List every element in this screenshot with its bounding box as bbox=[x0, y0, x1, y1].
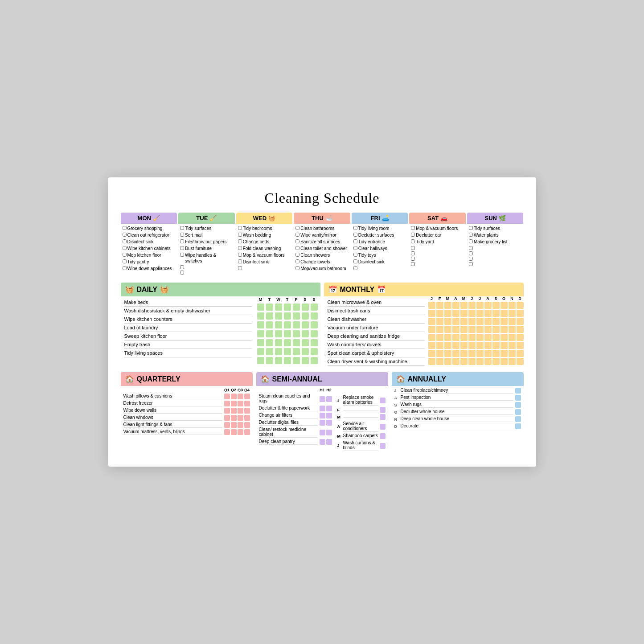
monthly-checkbox[interactable] bbox=[428, 350, 435, 357]
monthly-checkbox[interactable] bbox=[484, 350, 492, 357]
task-checkbox[interactable] bbox=[295, 246, 299, 250]
monthly-checkbox[interactable] bbox=[428, 310, 435, 317]
q-box[interactable] bbox=[224, 422, 230, 428]
task-checkbox[interactable] bbox=[469, 262, 473, 266]
s-box[interactable] bbox=[380, 414, 386, 420]
q-box[interactable] bbox=[231, 408, 237, 414]
daily-checkbox[interactable] bbox=[266, 312, 273, 320]
monthly-checkbox[interactable] bbox=[444, 318, 451, 325]
task-checkbox[interactable] bbox=[238, 246, 242, 250]
task-checkbox[interactable] bbox=[469, 246, 473, 250]
q-box[interactable] bbox=[238, 408, 243, 414]
daily-checkbox[interactable] bbox=[284, 312, 291, 320]
q-box[interactable] bbox=[231, 429, 237, 435]
daily-checkbox[interactable] bbox=[257, 348, 264, 355]
monthly-checkbox[interactable] bbox=[484, 318, 492, 325]
monthly-checkbox[interactable] bbox=[492, 326, 500, 333]
monthly-checkbox[interactable] bbox=[500, 310, 508, 317]
monthly-checkbox[interactable] bbox=[460, 334, 468, 341]
task-checkbox[interactable] bbox=[123, 259, 127, 263]
monthly-checkbox[interactable] bbox=[484, 358, 492, 365]
monthly-checkbox[interactable] bbox=[509, 302, 516, 309]
monthly-checkbox[interactable] bbox=[484, 342, 492, 349]
task-checkbox[interactable] bbox=[411, 226, 415, 230]
monthly-checkbox[interactable] bbox=[509, 334, 516, 341]
task-checkbox[interactable] bbox=[411, 257, 415, 261]
monthly-checkbox[interactable] bbox=[517, 326, 524, 333]
daily-checkbox[interactable] bbox=[302, 330, 309, 337]
annually-box[interactable] bbox=[515, 423, 521, 429]
q-box[interactable] bbox=[238, 422, 243, 428]
s-box[interactable] bbox=[320, 420, 325, 426]
task-checkbox[interactable] bbox=[180, 265, 184, 269]
task-checkbox[interactable] bbox=[353, 246, 357, 250]
daily-checkbox[interactable] bbox=[311, 339, 318, 346]
s-box[interactable] bbox=[380, 443, 386, 449]
daily-checkbox[interactable] bbox=[275, 348, 282, 355]
s-box[interactable] bbox=[320, 439, 325, 445]
task-checkbox[interactable] bbox=[123, 226, 127, 230]
s-box[interactable] bbox=[326, 406, 332, 411]
q-box[interactable] bbox=[224, 408, 230, 414]
monthly-checkbox[interactable] bbox=[444, 358, 451, 365]
monthly-checkbox[interactable] bbox=[452, 342, 459, 349]
monthly-checkbox[interactable] bbox=[452, 326, 459, 333]
task-checkbox[interactable] bbox=[295, 266, 299, 270]
s-box[interactable] bbox=[320, 406, 325, 411]
monthly-checkbox[interactable] bbox=[484, 310, 492, 317]
task-checkbox[interactable] bbox=[353, 226, 357, 230]
s-box[interactable] bbox=[320, 413, 325, 418]
task-checkbox[interactable] bbox=[180, 246, 184, 250]
daily-checkbox[interactable] bbox=[311, 304, 318, 311]
daily-checkbox[interactable] bbox=[266, 321, 273, 328]
monthly-checkbox[interactable] bbox=[476, 318, 484, 325]
daily-checkbox[interactable] bbox=[257, 330, 264, 337]
monthly-checkbox[interactable] bbox=[509, 318, 516, 325]
monthly-checkbox[interactable] bbox=[476, 334, 484, 341]
monthly-checkbox[interactable] bbox=[476, 342, 484, 349]
q-box[interactable] bbox=[244, 429, 250, 435]
task-checkbox[interactable] bbox=[123, 246, 127, 250]
monthly-checkbox[interactable] bbox=[484, 326, 492, 333]
task-checkbox[interactable] bbox=[123, 239, 127, 243]
task-checkbox[interactable] bbox=[295, 259, 299, 263]
monthly-checkbox[interactable] bbox=[436, 334, 443, 341]
task-checkbox[interactable] bbox=[353, 233, 357, 237]
task-checkbox[interactable] bbox=[295, 226, 299, 230]
monthly-checkbox[interactable] bbox=[452, 350, 459, 357]
s-box[interactable] bbox=[380, 424, 386, 430]
q-box[interactable] bbox=[244, 415, 250, 421]
daily-checkbox[interactable] bbox=[275, 312, 282, 320]
task-checkbox[interactable] bbox=[180, 271, 184, 275]
monthly-checkbox[interactable] bbox=[460, 358, 468, 365]
task-checkbox[interactable] bbox=[353, 239, 357, 243]
monthly-checkbox[interactable] bbox=[436, 350, 443, 357]
daily-checkbox[interactable] bbox=[293, 312, 300, 320]
monthly-checkbox[interactable] bbox=[476, 350, 484, 357]
q-box[interactable] bbox=[238, 394, 243, 399]
monthly-checkbox[interactable] bbox=[492, 310, 500, 317]
daily-checkbox[interactable] bbox=[293, 339, 300, 346]
daily-checkbox[interactable] bbox=[284, 321, 291, 328]
monthly-checkbox[interactable] bbox=[444, 334, 451, 341]
daily-checkbox[interactable] bbox=[266, 348, 273, 355]
s-box[interactable] bbox=[326, 439, 332, 445]
q-box[interactable] bbox=[231, 394, 237, 399]
monthly-checkbox[interactable] bbox=[468, 350, 476, 357]
monthly-checkbox[interactable] bbox=[436, 326, 443, 333]
monthly-checkbox[interactable] bbox=[428, 358, 435, 365]
monthly-checkbox[interactable] bbox=[517, 302, 524, 309]
q-box[interactable] bbox=[244, 408, 250, 414]
monthly-checkbox[interactable] bbox=[500, 358, 508, 365]
task-checkbox[interactable] bbox=[469, 257, 473, 261]
task-checkbox[interactable] bbox=[238, 233, 242, 237]
q-box[interactable] bbox=[231, 422, 237, 428]
daily-checkbox[interactable] bbox=[266, 304, 273, 311]
task-checkbox[interactable] bbox=[411, 246, 415, 250]
daily-checkbox[interactable] bbox=[302, 312, 309, 320]
task-checkbox[interactable] bbox=[295, 233, 299, 237]
monthly-checkbox[interactable] bbox=[436, 302, 443, 309]
task-checkbox[interactable] bbox=[238, 239, 242, 243]
daily-checkbox[interactable] bbox=[284, 339, 291, 346]
monthly-checkbox[interactable] bbox=[468, 358, 476, 365]
